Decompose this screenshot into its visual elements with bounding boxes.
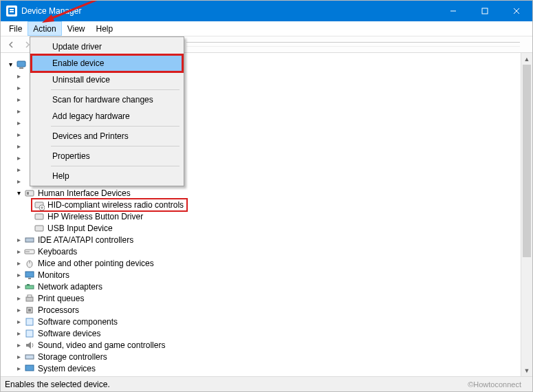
hid-icon bbox=[24, 188, 35, 199]
close-button[interactable] bbox=[501, 1, 532, 21]
menu-enable-device[interactable]: Enable device bbox=[32, 55, 182, 72]
tree-item-hid[interactable]: ▾ Human Interface Devices bbox=[6, 187, 520, 199]
expand-icon[interactable]: ▸ bbox=[14, 107, 23, 115]
expand-icon[interactable]: ▸ bbox=[14, 236, 23, 243]
menu-view[interactable]: View bbox=[62, 21, 91, 36]
tree-item-keyboards[interactable]: ▸ Keyboards bbox=[6, 246, 520, 257]
hid-device-icon bbox=[34, 211, 45, 222]
expand-icon[interactable]: ▸ bbox=[14, 96, 23, 103]
expand-icon[interactable]: ▸ bbox=[14, 329, 23, 337]
scroll-down-icon[interactable]: ▼ bbox=[521, 364, 532, 376]
system-icon bbox=[24, 363, 35, 374]
menu-devices-printers[interactable]: Devices and Printers bbox=[32, 128, 182, 144]
expand-icon[interactable]: ▸ bbox=[14, 341, 23, 349]
svg-rect-28 bbox=[26, 297, 33, 301]
tree-label: Mice and other pointing devices bbox=[38, 259, 154, 268]
tree-item-printq[interactable]: ▸ Print queues bbox=[6, 292, 520, 304]
minimize-button[interactable] bbox=[437, 1, 469, 21]
maximize-button[interactable] bbox=[469, 1, 501, 21]
menu-separator bbox=[51, 146, 180, 146]
svg-rect-25 bbox=[28, 278, 31, 279]
expand-icon[interactable]: ▸ bbox=[14, 318, 23, 325]
window-controls bbox=[437, 1, 532, 21]
software-icon bbox=[24, 316, 35, 327]
printer-icon bbox=[24, 293, 35, 304]
svg-rect-4 bbox=[482, 8, 488, 14]
scroll-up-icon[interactable]: ▲ bbox=[521, 53, 532, 65]
tree-item-softcomp[interactable]: ▸ Software components bbox=[6, 316, 520, 327]
menu-help[interactable]: Help bbox=[91, 21, 119, 36]
svg-rect-2 bbox=[10, 11, 14, 12]
svg-rect-32 bbox=[26, 318, 33, 325]
tree-item-mice[interactable]: ▸ Mice and other pointing devices bbox=[6, 257, 520, 269]
svg-rect-11 bbox=[25, 190, 34, 196]
ide-icon bbox=[24, 235, 35, 246]
expand-icon[interactable]: ▸ bbox=[14, 166, 23, 173]
tree-label: Human Interface Devices bbox=[38, 188, 131, 198]
storage-icon bbox=[24, 351, 35, 362]
tree-item-storage[interactable]: ▸ Storage controllers bbox=[6, 351, 520, 362]
tree-label: Monitors bbox=[38, 270, 69, 280]
expand-icon[interactable]: ▸ bbox=[14, 364, 23, 372]
tree-item-processors[interactable]: ▸ Processors bbox=[6, 304, 520, 316]
menu-add-legacy[interactable]: Add legacy hardware bbox=[32, 108, 182, 124]
expand-icon[interactable]: ▸ bbox=[14, 154, 23, 162]
menu-action[interactable]: Action bbox=[28, 21, 61, 36]
tree-item-network[interactable]: ▸ Network adapters bbox=[6, 281, 520, 292]
svg-rect-12 bbox=[27, 192, 29, 195]
title-bar: Device Manager bbox=[1, 1, 532, 21]
collapse-icon[interactable]: ▾ bbox=[14, 189, 23, 197]
svg-rect-16 bbox=[35, 226, 43, 231]
tree-item-monitors[interactable]: ▸ Monitors bbox=[6, 269, 520, 281]
tree-label: Print queues bbox=[38, 294, 84, 303]
expand-icon[interactable]: ▸ bbox=[14, 353, 23, 360]
menu-separator bbox=[51, 166, 180, 166]
menu-uninstall-device[interactable]: Uninstall device bbox=[32, 72, 182, 88]
tree-label: HID-compliant wireless radio controls bbox=[47, 200, 184, 210]
menu-separator bbox=[51, 126, 180, 127]
expand-icon[interactable]: ▾ bbox=[6, 61, 14, 68]
expand-icon[interactable]: ▸ bbox=[14, 259, 23, 267]
menu-update-driver[interactable]: Update driver bbox=[32, 39, 182, 55]
expand-icon[interactable]: ▸ bbox=[14, 248, 23, 255]
watermark: ©Howtoconnect bbox=[468, 380, 532, 389]
tree-label: Sound, video and game controllers bbox=[38, 340, 165, 350]
menu-scan-hardware[interactable]: Scan for hardware changes bbox=[32, 91, 182, 108]
tree-item-softdev[interactable]: ▸ Software devices bbox=[6, 327, 520, 339]
tree-label: Software components bbox=[38, 317, 118, 327]
svg-rect-26 bbox=[25, 285, 34, 289]
svg-rect-29 bbox=[28, 295, 32, 297]
expand-icon[interactable]: ▸ bbox=[14, 142, 23, 150]
expand-icon[interactable]: ▸ bbox=[14, 119, 23, 127]
window-title: Device Manager bbox=[21, 6, 81, 16]
menu-properties[interactable]: Properties bbox=[32, 148, 182, 164]
expand-icon[interactable]: ▸ bbox=[14, 84, 23, 91]
toolbar-back-button[interactable] bbox=[3, 38, 19, 52]
tree-item-usb-input[interactable]: USB Input Device bbox=[6, 222, 520, 234]
status-bar: Enables the selected device. ©Howtoconne… bbox=[1, 376, 532, 391]
cpu-icon bbox=[24, 305, 35, 316]
expand-icon[interactable]: ▸ bbox=[14, 72, 23, 80]
menu-bar: File Action View Help bbox=[1, 21, 532, 36]
expand-icon[interactable]: ▸ bbox=[14, 306, 23, 314]
expand-icon[interactable]: ▸ bbox=[14, 271, 23, 279]
tree-label: IDE ATA/ATAPI controllers bbox=[38, 235, 133, 245]
expand-icon[interactable]: ▸ bbox=[14, 131, 23, 138]
scroll-thumb[interactable] bbox=[523, 65, 531, 257]
tree-label: Storage controllers bbox=[38, 352, 107, 362]
svg-rect-1 bbox=[10, 9, 14, 10]
tree-item-hp-wireless[interactable]: HP Wireless Button Driver bbox=[6, 210, 520, 222]
expand-icon[interactable]: ▸ bbox=[14, 294, 23, 302]
tree-label: Keyboards bbox=[38, 247, 77, 257]
vertical-scrollbar[interactable]: ▲ ▼ bbox=[521, 53, 532, 376]
tree-item-hid-wireless[interactable]: HID-compliant wireless radio controls bbox=[6, 199, 520, 210]
tree-label: Software devices bbox=[38, 329, 100, 338]
menu-help[interactable]: Help bbox=[32, 168, 182, 184]
menu-file[interactable]: File bbox=[3, 21, 28, 36]
tree-item-ide[interactable]: ▸ IDE ATA/ATAPI controllers bbox=[6, 234, 520, 246]
svg-rect-24 bbox=[25, 272, 34, 277]
expand-icon[interactable]: ▸ bbox=[14, 177, 23, 185]
expand-icon[interactable]: ▸ bbox=[14, 283, 23, 290]
tree-item-sound[interactable]: ▸ Sound, video and game controllers bbox=[6, 339, 520, 351]
tree-item-sysdev[interactable]: ▸ System devices bbox=[6, 362, 520, 374]
